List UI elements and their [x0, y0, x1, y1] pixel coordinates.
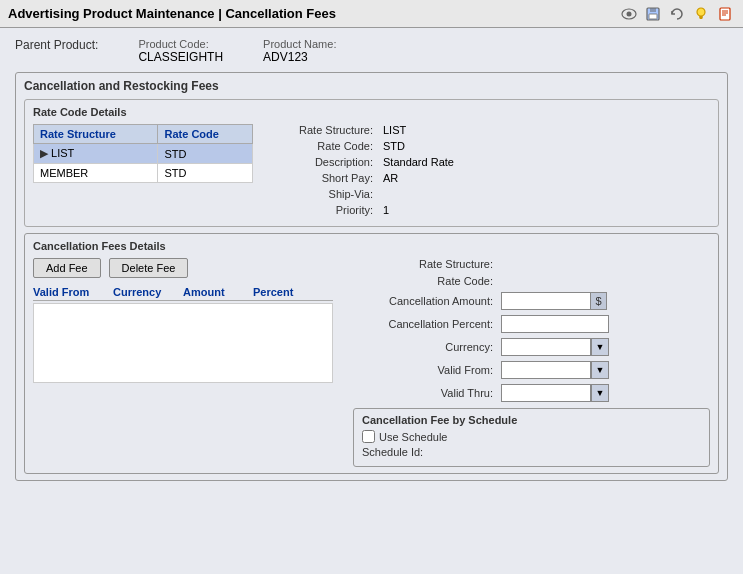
- currency-input-group: ▼: [501, 338, 609, 356]
- report-icon[interactable]: [715, 4, 735, 24]
- detail-ship-via-label: Ship-Via:: [273, 188, 373, 200]
- detail-short-pay: Short Pay: AR: [273, 172, 710, 184]
- table-row[interactable]: ▶ LIST STD: [34, 144, 253, 164]
- currency-header: Currency: [113, 286, 183, 298]
- detail-description-label: Description:: [273, 156, 373, 168]
- table-row[interactable]: MEMBER STD: [34, 164, 253, 183]
- cancellation-fees-box: Cancellation Fees Details Add Fee Delete…: [24, 233, 719, 474]
- cancellation-percent-label: Cancellation Percent:: [353, 318, 493, 330]
- detail-short-pay-value: AR: [383, 172, 398, 184]
- currency-dropdown-button[interactable]: ▼: [591, 338, 609, 356]
- detail-rate-structure: Rate Structure: LIST: [273, 124, 710, 136]
- form-rate-structure-label: Rate Structure:: [353, 258, 493, 270]
- detail-description-value: Standard Rate: [383, 156, 454, 168]
- btn-row: Add Fee Delete Fee: [33, 258, 333, 278]
- cancellation-schedule-box: Cancellation Fee by Schedule Use Schedul…: [353, 408, 710, 467]
- form-cancellation-amount: Cancellation Amount: $: [353, 292, 710, 310]
- use-schedule-checkbox[interactable]: [362, 430, 375, 443]
- title-bar: Advertising Product Maintenance | Cancel…: [0, 0, 743, 28]
- use-schedule-label: Use Schedule: [379, 431, 448, 443]
- refresh-icon[interactable]: [667, 4, 687, 24]
- main-content: Parent Product: Product Code: CLASSEIGHT…: [0, 28, 743, 574]
- detail-rate-code-value: STD: [383, 140, 405, 152]
- percent-header: Percent: [253, 286, 313, 298]
- rate-structure-cell: MEMBER: [34, 164, 158, 183]
- fees-table-header: Valid From Currency Amount Percent: [33, 286, 333, 301]
- detail-priority: Priority: 1: [273, 204, 710, 216]
- form-rate-code-label: Rate Code:: [353, 275, 493, 287]
- svg-rect-6: [699, 16, 703, 18]
- fees-right: Rate Structure: Rate Code: Cancellation …: [353, 258, 710, 467]
- svg-point-5: [697, 8, 705, 16]
- svg-rect-4: [649, 14, 657, 19]
- valid-from-input-group: ▼: [501, 361, 609, 379]
- detail-rate-code-label: Rate Code:: [273, 140, 373, 152]
- row-indicator-cell: ▶ LIST: [34, 144, 158, 164]
- svg-point-1: [627, 11, 632, 16]
- rate-table-area: Rate Structure Rate Code ▶ LIST STD: [33, 124, 253, 220]
- delete-fee-button[interactable]: Delete Fee: [109, 258, 189, 278]
- bulb-icon[interactable]: [691, 4, 711, 24]
- product-code-value: CLASSEIGHTH: [138, 50, 223, 64]
- fees-left: Add Fee Delete Fee Valid From Currency A…: [33, 258, 333, 467]
- form-rate-structure: Rate Structure:: [353, 258, 710, 270]
- cancellation-percent-input[interactable]: [501, 315, 609, 333]
- use-schedule-row: Use Schedule: [362, 430, 701, 443]
- schedule-id-row: Schedule Id:: [362, 446, 701, 458]
- detail-rate-code: Rate Code: STD: [273, 140, 710, 152]
- rate-code-details-box: Rate Code Details Rate Structure Rate Co…: [24, 99, 719, 227]
- valid-thru-input-group: ▼: [501, 384, 609, 402]
- cancellation-amount-input[interactable]: [501, 292, 591, 310]
- rate-table: Rate Structure Rate Code ▶ LIST STD: [33, 124, 253, 183]
- form-currency: Currency: ▼: [353, 338, 710, 356]
- fees-inner: Add Fee Delete Fee Valid From Currency A…: [33, 258, 710, 467]
- form-valid-from: Valid From: ▼: [353, 361, 710, 379]
- save-icon[interactable]: [643, 4, 663, 24]
- product-name-value: ADV123: [263, 50, 336, 64]
- detail-rate-structure-label: Rate Structure:: [273, 124, 373, 136]
- valid-thru-input[interactable]: [501, 384, 591, 402]
- cancellation-amount-label: Cancellation Amount:: [353, 295, 493, 307]
- dollar-sign-icon: $: [591, 292, 607, 310]
- rate-details-right: Rate Structure: LIST Rate Code: STD Desc…: [273, 124, 710, 220]
- form-cancellation-percent: Cancellation Percent:: [353, 315, 710, 333]
- currency-label: Currency:: [353, 341, 493, 353]
- product-name-label: Product Name:: [263, 38, 336, 50]
- product-code-label: Product Code:: [138, 38, 223, 50]
- valid-thru-label: Valid Thru:: [353, 387, 493, 399]
- detail-rate-structure-value: LIST: [383, 124, 406, 136]
- cancellation-fees-title: Cancellation Fees Details: [33, 240, 710, 252]
- rate-code-header: Rate Code: [158, 125, 253, 144]
- rate-code-cell: STD: [158, 144, 253, 164]
- svg-rect-7: [700, 18, 703, 19]
- currency-input[interactable]: [501, 338, 591, 356]
- rate-code-details-title: Rate Code Details: [33, 106, 710, 118]
- amount-header: Amount: [183, 286, 253, 298]
- valid-from-label: Valid From:: [353, 364, 493, 376]
- valid-from-input[interactable]: [501, 361, 591, 379]
- form-rate-code: Rate Code:: [353, 275, 710, 287]
- add-fee-button[interactable]: Add Fee: [33, 258, 101, 278]
- detail-description: Description: Standard Rate: [273, 156, 710, 168]
- parent-product-row: Parent Product: Product Code: CLASSEIGHT…: [15, 38, 728, 64]
- rate-structure-header: Rate Structure: [34, 125, 158, 144]
- product-name-group: Product Name: ADV123: [263, 38, 336, 64]
- detail-priority-value: 1: [383, 204, 389, 216]
- product-code-group: Product Code: CLASSEIGHTH: [138, 38, 223, 64]
- svg-rect-8: [720, 8, 730, 20]
- valid-from-header: Valid From: [33, 286, 113, 298]
- valid-from-dropdown-button[interactable]: ▼: [591, 361, 609, 379]
- cancellation-restocking-section: Cancellation and Restocking Fees Rate Co…: [15, 72, 728, 481]
- valid-thru-dropdown-button[interactable]: ▼: [591, 384, 609, 402]
- window-title: Advertising Product Maintenance | Cancel…: [8, 6, 336, 21]
- svg-rect-3: [650, 8, 656, 12]
- detail-short-pay-label: Short Pay:: [273, 172, 373, 184]
- cancellation-restocking-title: Cancellation and Restocking Fees: [24, 79, 719, 93]
- form-valid-thru: Valid Thru: ▼: [353, 384, 710, 402]
- parent-product-label: Parent Product:: [15, 38, 98, 52]
- eye-icon[interactable]: [619, 4, 639, 24]
- rate-code-inner: Rate Structure Rate Code ▶ LIST STD: [33, 124, 710, 220]
- rate-code-cell: STD: [158, 164, 253, 183]
- detail-priority-label: Priority:: [273, 204, 373, 216]
- toolbar-icons: [619, 4, 735, 24]
